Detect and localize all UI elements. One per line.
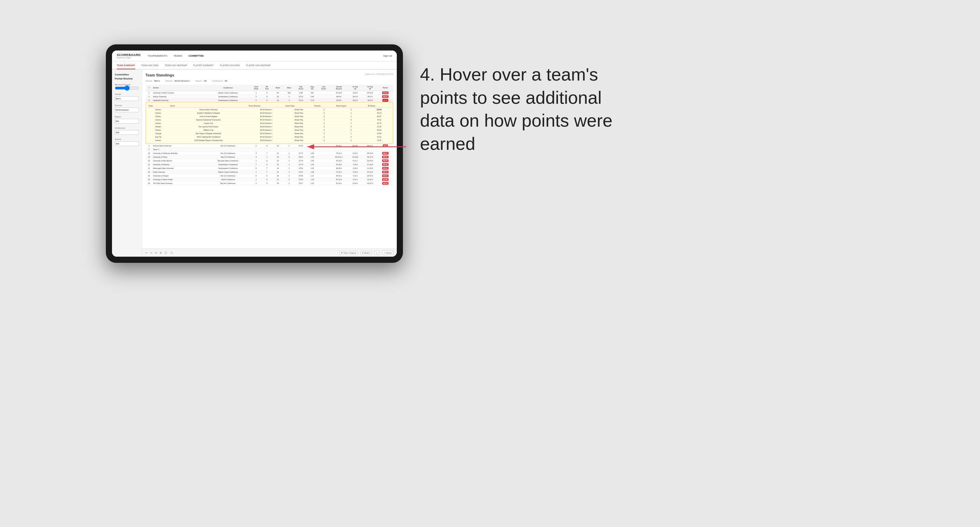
wins-cell: 2: [284, 163, 295, 167]
tab-team-h2h-heatmap[interactable]: TEAM H2H HEATMAP: [165, 62, 187, 69]
filter-display-row: Gender: Men's Division: NCAA Division I …: [145, 80, 393, 82]
share-label: Share: [386, 252, 392, 254]
low-score-cell: [318, 170, 330, 174]
overall-record-cell: 71-22-2: [330, 170, 348, 174]
col-low-score: LowScore: [318, 85, 330, 91]
overall-record-cell: 46-29-0: [330, 167, 348, 170]
school-select[interactable]: (All): [115, 141, 139, 146]
min-rounds-slider[interactable]: [115, 87, 139, 89]
vs-top50-cell: 11-23-0: [363, 167, 377, 170]
conf-rank-cell: 2: [251, 144, 262, 148]
filter-gender-label: Gender: [115, 93, 139, 95]
undo-icon[interactable]: ↩: [145, 252, 148, 254]
points-cell[interactable]: 88.14: [377, 174, 393, 178]
vs-top50-cell: 19-21-0: [363, 182, 377, 185]
copy-icon[interactable]: ⧉: [160, 252, 162, 254]
tab-player-summary[interactable]: PLAYER SUMMARY: [193, 62, 214, 69]
nav-committee[interactable]: COMMITTEE: [188, 54, 205, 57]
table-row: 5 Texas T...: [146, 148, 393, 152]
tab-team-h2h-grid[interactable]: TEAM H2H GRID: [142, 62, 159, 69]
view-original-button[interactable]: 👁 View: Original: [339, 251, 358, 255]
rnds-cell: 18: [272, 182, 284, 185]
watch-button[interactable]: ● Watch: [361, 251, 372, 255]
rnds-cell: 15: [272, 144, 284, 148]
nav-tournaments[interactable]: TOURNAMENTS: [147, 54, 168, 57]
adj-score-cell: 2.86: [295, 91, 307, 95]
points-cell[interactable]: 79.5: [377, 144, 393, 148]
rank-cell: 2: [146, 95, 153, 98]
wins-cell: 2: [284, 159, 295, 163]
points-cell[interactable]: 83.99: [377, 178, 393, 182]
points-cell[interactable]: 83.41: [377, 167, 393, 170]
tab-player-h2h-heatmap[interactable]: PLAYER H2H HEATMAP: [246, 62, 271, 69]
col-rank: #: [146, 85, 153, 91]
conf-rank-cell: 8: [251, 167, 262, 170]
col-wins: Wins: [284, 85, 295, 91]
low-score-cell: [318, 159, 330, 163]
division-select[interactable]: NCAA Division I: [115, 108, 139, 112]
conference-cell: Southeastern Conference: [205, 98, 251, 102]
low-score-cell: [318, 167, 330, 170]
vs-top25-cell: 7-15-0: [348, 163, 363, 167]
sign-out-button[interactable]: Sign out: [383, 55, 392, 57]
region-filter-label: Region:: [196, 80, 203, 82]
conf-rank-cell: 1: [251, 178, 262, 182]
vs-top25-cell: 5-11-1: [348, 159, 363, 163]
overall-record-cell: 42-20-0: [330, 163, 348, 167]
conf-rank-cell: 7: [251, 163, 262, 167]
adj-score-cell: 275.5: [295, 144, 307, 148]
points-cell[interactable]: 80.34: [377, 182, 393, 185]
low-score-cell: [318, 174, 330, 178]
region-filter-display: Region: All: [196, 80, 207, 82]
conference-filter-label: Conference:: [212, 80, 223, 82]
gender-select[interactable]: Men's: [115, 96, 139, 101]
points-cell[interactable]: 88.49: [377, 159, 393, 163]
table-row: 25 University of North Florida ASUN Conf…: [146, 178, 393, 182]
points-cell[interactable]: 88.07: [377, 152, 393, 155]
filter-school-label: School: [115, 138, 139, 140]
share-button[interactable]: ↗ Share: [382, 251, 393, 255]
points-cell[interactable]: 97.02: [377, 91, 393, 95]
rank-cell: 22: [146, 167, 153, 170]
rnds-cell: 24: [272, 159, 284, 163]
filter-gender: Gender Men's: [115, 93, 139, 101]
wins-cell: 2: [284, 152, 295, 155]
conference-filter-display: Conference: All: [212, 80, 227, 82]
points-cell[interactable]: [377, 148, 393, 152]
gender-filter-value: Men's: [154, 80, 160, 82]
tooltip-col-team: Team: [148, 104, 169, 108]
overall-record-cell: 67-23-2: [330, 159, 348, 163]
paste-icon[interactable]: 📋: [164, 252, 167, 254]
tab-player-h2h-grid[interactable]: PLAYER H2H GRID: [220, 62, 240, 69]
points-cell[interactable]: 88.43: [377, 163, 393, 167]
conference-select[interactable]: (All): [115, 130, 139, 135]
points-cell[interactable]: 93.31: [377, 95, 393, 98]
rnds-cell: 19: [272, 98, 284, 102]
adj-score-cell: 272.6: [295, 98, 307, 102]
tooltip-table: Team Event Event Division Event Type Rou…: [148, 104, 391, 142]
nav-teams[interactable]: TEAMS: [173, 54, 183, 57]
clock-icon[interactable]: 🕐: [170, 252, 173, 254]
points-cell[interactable]: 88.70: [377, 155, 393, 159]
col-adj-score: Adj.Score: [295, 85, 307, 91]
filter-min-rounds: Minimum Rounds: [115, 84, 139, 90]
conference-cell: Pac-12 Conference: [205, 174, 251, 178]
region-select[interactable]: N/A: [115, 119, 139, 124]
tooltip-col-rounds: Rounds: [313, 104, 335, 108]
tab-team-summary[interactable]: TEAM SUMMARY: [117, 62, 135, 69]
view-label: View: Original: [344, 252, 356, 254]
rnds-cell: 18: [272, 174, 284, 178]
points-cell[interactable]: 90.32: [377, 98, 393, 102]
refresh-icon[interactable]: ↺: [155, 252, 157, 254]
redo-icon[interactable]: ↪: [150, 252, 152, 254]
conference-cell: Atlantic Coast Conference: [205, 91, 251, 95]
points-cell[interactable]: 88.71: [377, 170, 393, 174]
expand-button[interactable]: ⤢: [374, 251, 379, 255]
rank-cell: 4: [146, 144, 153, 148]
avg-sg-cell: 1.30: [307, 178, 318, 182]
tooltip-row: Univers. Arizona State University NCAA D…: [148, 108, 391, 111]
rnds-cell: 18: [272, 167, 284, 170]
avg-sg-cell: 1.17: [307, 174, 318, 178]
table-row: 21 University of Alabama Southeastern Co…: [146, 163, 393, 167]
rank-cell: 20: [146, 159, 153, 163]
